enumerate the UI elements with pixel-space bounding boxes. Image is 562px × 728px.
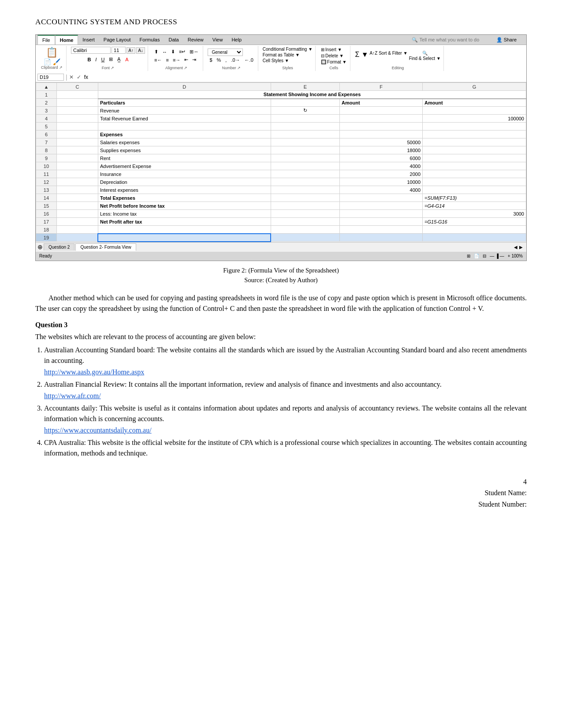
cell-c14[interactable] [56, 194, 98, 202]
autosum-button[interactable]: Σ ▼ [355, 51, 368, 59]
cell-e2[interactable] [271, 99, 340, 107]
tab-data[interactable]: Data [164, 35, 183, 45]
currency-button[interactable]: $ [208, 56, 214, 63]
cell-c16[interactable] [56, 210, 98, 218]
cell-g10[interactable] [423, 162, 526, 170]
cell-f9[interactable]: 6000 [340, 154, 423, 162]
fill-color-button[interactable]: A̲ [115, 56, 123, 63]
sort-button[interactable]: A↑Z Sort & Filter ▼ [370, 51, 408, 56]
cell-c6[interactable] [56, 131, 98, 138]
cell-g8[interactable] [423, 146, 526, 154]
cell-g4[interactable]: 100000 [423, 115, 526, 123]
cell-g12[interactable] [423, 178, 526, 186]
cell-d9[interactable]: Rent [98, 154, 271, 162]
formula-input[interactable] [91, 75, 525, 80]
cell-f8[interactable]: 18000 [340, 146, 423, 154]
check-icon[interactable]: ✓ [77, 74, 81, 80]
align-left-button[interactable]: ≡← [153, 56, 164, 63]
cell-f14[interactable] [340, 194, 423, 202]
font-color-button[interactable]: A [123, 56, 130, 63]
cell-g5[interactable] [423, 123, 526, 131]
cell-e9[interactable] [271, 154, 340, 162]
cell-d6[interactable]: Expenses [98, 131, 271, 138]
cell-d12[interactable]: Depreciation [98, 178, 271, 186]
cell-c10[interactable] [56, 162, 98, 170]
cell-f19[interactable] [340, 234, 423, 242]
cell-d5[interactable] [98, 123, 271, 131]
find-button[interactable]: 🔍 Find & Select ▼ [409, 51, 441, 61]
cell-e19[interactable] [271, 234, 340, 242]
cell-d17[interactable]: Net Profit after tax [98, 218, 271, 226]
cell-d1[interactable]: Statement Showing Income and Expenses [98, 91, 526, 99]
scroll-sheets-right[interactable]: ▶ [519, 245, 523, 250]
cell-c4[interactable] [56, 115, 98, 123]
page-layout-view-button[interactable]: 📄 [474, 254, 479, 258]
share-button[interactable]: 👤 Share [492, 35, 521, 45]
cell-d16[interactable]: Less: Income tax [98, 210, 271, 218]
cell-g15[interactable]: =G4-G14 [423, 202, 526, 210]
cell-f7[interactable]: 50000 [340, 138, 423, 146]
number-format-select[interactable]: General [208, 49, 243, 56]
tab-insert[interactable]: Insert [78, 35, 99, 45]
cell-e6[interactable] [271, 131, 340, 138]
bold-button[interactable]: B [86, 56, 93, 63]
cell-g17[interactable]: =G15-G16 [423, 218, 526, 226]
col-header-e[interactable]: E [271, 83, 340, 91]
decrease-indent-button[interactable]: ⇤ [182, 56, 190, 63]
times-icon[interactable]: ✕ [69, 74, 74, 80]
cell-c17[interactable] [56, 218, 98, 226]
cell-f10[interactable]: 4000 [340, 162, 423, 170]
cell-c8[interactable] [56, 146, 98, 154]
align-center-button[interactable]: ≡ [164, 56, 170, 63]
cell-g9[interactable] [423, 154, 526, 162]
list-item-1-url[interactable]: http://www.aasb.gov.au/Home.aspx [44, 367, 527, 377]
cell-e10[interactable] [271, 162, 340, 170]
cell-c9[interactable] [56, 154, 98, 162]
italic-button[interactable]: I [93, 56, 98, 63]
cell-g18[interactable] [423, 226, 526, 234]
col-header-d[interactable]: D [98, 83, 271, 91]
cell-e14[interactable] [271, 194, 340, 202]
insert-cells-button[interactable]: ⊞ Insert ▼ [320, 47, 347, 52]
cell-d3[interactable]: Revenue [98, 107, 271, 115]
cell-f3[interactable] [340, 107, 423, 115]
cell-f5[interactable] [340, 123, 423, 131]
normal-view-button[interactable]: ⊞ [467, 254, 470, 258]
page-break-view-button[interactable]: ⊟ [483, 254, 486, 258]
cell-d4[interactable]: Total Revenue Earned [98, 115, 271, 123]
cell-g16[interactable]: 3000 [423, 210, 526, 218]
tab-formulas[interactable]: Formulas [135, 35, 164, 45]
tab-file[interactable]: File [37, 35, 55, 45]
border-button[interactable]: ⊞ [107, 56, 115, 63]
cell-d15[interactable]: Net Profit before Income tax [98, 202, 271, 210]
zoom-slider[interactable]: — ▐ — [490, 254, 504, 258]
cell-d18[interactable] [98, 226, 271, 234]
cell-e13[interactable] [271, 186, 340, 194]
comma-button[interactable]: , [223, 56, 228, 63]
sheet-tab-question2[interactable]: Question 2 [44, 243, 74, 250]
font-name-input[interactable] [71, 47, 111, 54]
tab-review[interactable]: Review [183, 35, 208, 45]
align-bottom-button[interactable]: ⬇ [169, 48, 177, 56]
cell-f6[interactable] [340, 131, 423, 138]
cell-d10[interactable]: Advertisement Expense [98, 162, 271, 170]
cell-d2[interactable]: Particulars [98, 99, 271, 107]
paste-icon[interactable]: 📋 [46, 47, 58, 58]
increase-indent-button[interactable]: ⇥ [190, 56, 198, 63]
cell-f12[interactable]: 10000 [340, 178, 423, 186]
cell-c3[interactable] [56, 107, 98, 115]
cell-e17[interactable] [271, 218, 340, 226]
format-painter-icon[interactable]: 🖌️ [53, 58, 60, 65]
cell-f16[interactable] [340, 210, 423, 218]
cell-f15[interactable] [340, 202, 423, 210]
merge-center-button[interactable]: ⊞↔ [188, 48, 200, 56]
cell-g19[interactable] [423, 234, 526, 242]
cell-reference-input[interactable] [37, 74, 64, 81]
align-right-button[interactable]: ≡→ [171, 56, 182, 63]
cell-e15[interactable] [271, 202, 340, 210]
cell-d11[interactable]: Insurance [98, 170, 271, 178]
cell-c18[interactable] [56, 226, 98, 234]
sheet-tab-formula-view[interactable]: Question 2- Formula View [75, 243, 136, 251]
format-cells-button[interactable]: 🔲 Format ▼ [320, 59, 347, 65]
align-top-button[interactable]: ⬆ [153, 48, 160, 56]
